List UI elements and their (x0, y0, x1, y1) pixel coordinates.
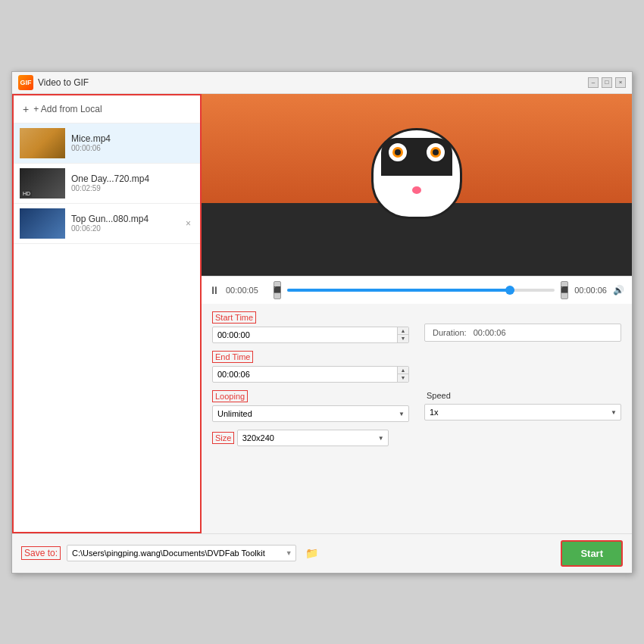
hd-badge: HD (21, 190, 32, 197)
timeline-thumb[interactable] (505, 286, 514, 295)
minimize-button[interactable]: – (588, 77, 599, 88)
volume-icon[interactable]: 🔊 (613, 285, 624, 295)
start-time-input-wrapper: ▲ ▼ (212, 327, 409, 343)
file-thumbnail (20, 208, 65, 239)
start-button[interactable]: Start (561, 540, 623, 567)
speed-label: Speed (424, 390, 453, 401)
titlebar: GIF Video to GIF – □ × (12, 72, 632, 94)
app-icon: GIF (18, 75, 33, 90)
file-info: Mice.mp4 00:00:06 (71, 133, 194, 152)
file-info: One Day...720.mp4 00:02:59 (71, 174, 194, 192)
looping-label: Looping (212, 390, 248, 402)
size-select[interactable]: 160x120 320x240 480x360 640x480 (237, 430, 389, 446)
end-time-up[interactable]: ▲ (398, 367, 408, 374)
start-time-up[interactable]: ▲ (398, 327, 408, 335)
file-duration: 00:02:59 (71, 184, 194, 192)
speed-select[interactable]: 0.5x 1x 1.5x 2x (424, 404, 621, 420)
add-from-local-button[interactable]: + + Add from Local (14, 95, 200, 123)
saveto-label: Save to: (21, 546, 61, 560)
content-area: + + Add from Local Mice.mp4 00:00:06 (12, 94, 632, 533)
main-area: ⏸ 00:00:05 ⬛ ⬛ 00:00:06 🔊 (202, 94, 632, 533)
file-info: Top Gun...080.mp4 00:06:20 (71, 214, 183, 233)
file-item[interactable]: Mice.mp4 00:00:06 (14, 123, 200, 164)
size-label: Size (212, 432, 234, 444)
file-name: Top Gun...080.mp4 (71, 214, 183, 224)
row-looping-speed: Looping Unlimited 1 2 3 5 10 (212, 390, 621, 422)
start-time-label: Start Time (212, 311, 256, 324)
file-list: Mice.mp4 00:00:06 HD One Day...720.mp4 0… (14, 123, 200, 532)
timeline-fill (287, 289, 514, 292)
end-time-input[interactable] (213, 367, 397, 382)
controls-panel: Start Time ▲ ▼ Duration: (202, 304, 632, 462)
end-time-display: 00:00:06 (574, 286, 607, 295)
start-time-input[interactable] (213, 327, 397, 342)
file-duration: 00:06:20 (71, 224, 183, 233)
file-duration: 00:00:06 (71, 144, 194, 152)
end-time-spinners: ▲ ▼ (397, 367, 408, 382)
plus-icon: + (23, 103, 29, 115)
cat-nose (412, 186, 421, 194)
size-select-wrapper: 160x120 320x240 480x360 640x480 (237, 430, 389, 446)
looping-select[interactable]: Unlimited 1 2 3 5 10 (212, 405, 409, 422)
timeline-end-handle[interactable]: ⬛ (561, 281, 568, 299)
file-thumbnail: HD (20, 168, 65, 199)
end-time-label: End Time (212, 351, 253, 363)
row-size: Size 160x120 320x240 480x360 640x480 (212, 430, 621, 447)
duration-display: Duration: 00:00:06 (424, 324, 621, 342)
file-name: Mice.mp4 (71, 133, 194, 144)
video-frame (202, 94, 632, 276)
row-end-time: End Time ▲ ▼ (212, 351, 621, 383)
add-button-label: + Add from Local (33, 104, 102, 114)
file-item[interactable]: Top Gun...080.mp4 00:06:20 × (14, 204, 200, 244)
current-time-display: 00:00:05 (226, 286, 267, 295)
looping-group: Looping Unlimited 1 2 3 5 10 (212, 390, 409, 422)
saveto-bar: Save to: ▼ 📁 Start (12, 533, 632, 573)
end-time-down[interactable]: ▼ (398, 374, 408, 382)
cat-eye-right (425, 142, 446, 163)
start-time-group: Start Time ▲ ▼ (212, 311, 409, 343)
maximize-button[interactable]: □ (602, 77, 612, 88)
file-thumbnail (20, 128, 65, 158)
player-controls: ⏸ 00:00:05 ⬛ ⬛ 00:00:06 🔊 (202, 276, 632, 304)
end-time-input-wrapper: ▲ ▼ (212, 366, 409, 383)
video-preview (202, 94, 632, 276)
file-name: One Day...720.mp4 (71, 174, 194, 184)
start-time-spinners: ▲ ▼ (397, 327, 408, 342)
duration-group: Duration: 00:00:06 (424, 311, 621, 342)
cat-eye-left (387, 142, 408, 163)
size-group: Size 160x120 320x240 480x360 640x480 (212, 430, 409, 447)
end-time-group: End Time ▲ ▼ (212, 351, 409, 383)
timeline-track (287, 289, 555, 292)
timeline-start-handle[interactable]: ⬛ (274, 281, 281, 299)
path-dropdown-arrow[interactable]: ▼ (283, 546, 295, 560)
window-title: Video to GIF (38, 77, 583, 88)
remove-file-button[interactable]: × (183, 217, 194, 230)
browse-folder-button[interactable]: 📁 (302, 546, 321, 561)
main-window: GIF Video to GIF – □ × + + Add from Loca… (11, 71, 633, 574)
timeline[interactable] (287, 283, 555, 298)
sidebar: + + Add from Local Mice.mp4 00:00:06 (12, 94, 202, 533)
cartoon-cat (371, 128, 462, 219)
row-start-duration: Start Time ▲ ▼ Duration: (212, 311, 621, 343)
speed-select-wrapper: 0.5x 1x 1.5x 2x (424, 404, 621, 420)
play-pause-button[interactable]: ⏸ (209, 284, 220, 296)
looping-select-wrapper: Unlimited 1 2 3 5 10 (212, 405, 409, 422)
speed-group: Speed 0.5x 1x 1.5x 2x (424, 390, 621, 420)
file-item[interactable]: HD One Day...720.mp4 00:02:59 (14, 164, 200, 204)
saveto-path-input[interactable] (67, 546, 283, 561)
saveto-path-input-wrapper: ▼ (67, 545, 296, 561)
start-time-down[interactable]: ▼ (398, 335, 408, 342)
window-controls: – □ × (588, 77, 626, 88)
close-button[interactable]: × (615, 77, 626, 88)
